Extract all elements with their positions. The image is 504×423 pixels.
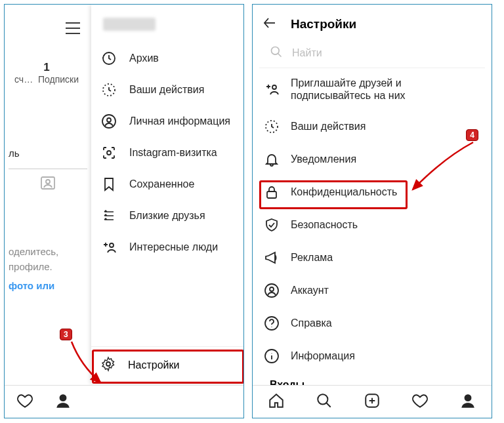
svg-point-10	[110, 243, 114, 247]
svg-point-11	[106, 362, 110, 366]
svg-line-27	[326, 403, 331, 407]
menu-settings[interactable]: Настройки	[91, 346, 243, 384]
annotation-step-4: 4	[466, 129, 478, 141]
add-person-icon	[100, 239, 117, 255]
person-circle-icon	[263, 283, 280, 298]
settings-invite-friends[interactable]: Приглашайте друзей иподписывайтесь на ни…	[259, 68, 485, 110]
settings-item-label: Приглашайте друзей иподписывайтесь на ни…	[291, 77, 406, 102]
tab-search-icon[interactable]	[316, 392, 333, 412]
svg-point-19	[265, 284, 278, 297]
bottom-tab-bar-left	[5, 385, 243, 418]
menu-label: Близкие друзья	[129, 210, 205, 222]
settings-help[interactable]: Справка	[259, 307, 485, 340]
svg-point-14	[272, 47, 280, 55]
svg-point-8	[107, 118, 111, 122]
nametag-icon	[100, 145, 117, 161]
settings-list: Приглашайте друзей иподписывайтесь на ни…	[253, 68, 492, 392]
hamburger-menu-button[interactable]	[64, 20, 82, 39]
menu-nametag[interactable]: Instagram-визитка	[91, 137, 243, 169]
menu-label: Ваши действия	[129, 84, 204, 96]
svg-rect-18	[267, 191, 276, 198]
tab-activity-icon[interactable]	[16, 392, 33, 412]
svg-rect-3	[41, 177, 54, 189]
share-photo-link[interactable]: фото или	[9, 280, 54, 291]
menu-label: Интересные люди	[129, 241, 218, 253]
menu-close-friends[interactable]: Близкие друзья	[91, 200, 243, 232]
tab-create-icon[interactable]	[364, 392, 381, 412]
svg-point-12	[60, 394, 67, 401]
settings-item-label: Уведомления	[291, 153, 356, 165]
search-icon	[270, 45, 283, 61]
menu-label: Архив	[129, 52, 159, 64]
back-arrow-icon[interactable]	[262, 15, 278, 33]
username-blurred	[103, 18, 156, 31]
subscriptions-label: сч… Подписки	[7, 74, 86, 85]
svg-point-4	[46, 180, 50, 184]
settings-item-label: Справка	[291, 317, 332, 329]
menu-archive[interactable]: Архив	[91, 43, 243, 74]
svg-line-15	[278, 54, 282, 57]
phone-right-screenshot: Настройки Найти Приглашайте друзей иподп…	[252, 4, 492, 418]
search-placeholder: Найти	[292, 47, 322, 59]
page-title: Настройки	[291, 17, 356, 31]
settings-security[interactable]: Безопасность	[259, 209, 485, 241]
settings-notifications[interactable]: Уведомления	[259, 143, 485, 176]
lock-icon	[263, 184, 280, 200]
person-circle-icon	[100, 113, 117, 129]
svg-point-26	[318, 394, 327, 404]
svg-point-22	[271, 327, 272, 327]
annotation-step-3: 3	[60, 329, 72, 340]
svg-point-24	[271, 353, 272, 354]
tagged-tab-icon[interactable]	[9, 169, 87, 191]
svg-point-7	[102, 115, 116, 128]
bell-icon	[263, 151, 280, 167]
phone-left-screenshot: 1 сч… Подписки ль оделитесь,профиле. фот…	[4, 4, 244, 418]
menu-saved[interactable]: Сохраненное	[91, 169, 243, 200]
info-icon	[263, 348, 280, 364]
svg-point-9	[107, 151, 111, 155]
menu-personal-info[interactable]: Личная информация	[91, 106, 243, 137]
settings-item-label: Реклама	[291, 252, 333, 264]
profile-stats: 1 сч… Подписки	[7, 61, 86, 85]
help-icon	[263, 315, 280, 331]
svg-point-20	[270, 287, 274, 291]
bookmark-icon	[100, 176, 117, 192]
menu-discover-people[interactable]: Интересные люди	[91, 232, 243, 263]
gear-icon	[100, 356, 116, 374]
settings-label: Настройки	[128, 359, 179, 371]
settings-item-label: Безопасность	[291, 219, 358, 231]
add-person-icon	[263, 81, 280, 97]
menu-your-activity[interactable]: Ваши действия	[91, 74, 243, 106]
settings-header: Настройки	[253, 5, 492, 40]
activity-icon	[263, 119, 280, 134]
tab-profile-icon[interactable]	[54, 392, 72, 412]
close-friends-icon	[100, 208, 117, 224]
archive-icon	[100, 50, 117, 66]
tab-profile-icon[interactable]	[459, 392, 476, 412]
activity-icon	[100, 82, 117, 98]
settings-item-label: Конфиденциальность	[291, 186, 397, 198]
menu-label: Instagram-визитка	[129, 147, 217, 159]
shield-check-icon	[263, 217, 280, 233]
settings-account[interactable]: Аккаунт	[259, 274, 485, 307]
settings-item-label: Аккаунт	[291, 285, 329, 296]
settings-item-label: Ваши действия	[291, 121, 366, 132]
settings-item-label: Информация	[291, 350, 355, 362]
svg-point-16	[272, 85, 276, 89]
settings-ads[interactable]: Реклама	[259, 241, 485, 274]
settings-privacy[interactable]: Конфиденциальность	[259, 176, 485, 209]
share-photo-text: оделитесь,профиле.	[9, 245, 58, 274]
tab-home-icon[interactable]	[268, 392, 285, 412]
search-field[interactable]: Найти	[259, 40, 485, 68]
settings-about[interactable]: Информация	[259, 340, 485, 373]
profile-tab-cut-text: ль	[9, 148, 20, 159]
menu-label: Личная информация	[129, 115, 230, 127]
svg-point-31	[464, 394, 471, 401]
bottom-tab-bar-right	[253, 385, 492, 418]
tab-activity-icon[interactable]	[411, 392, 429, 412]
settings-your-activity[interactable]: Ваши действия	[259, 110, 485, 143]
megaphone-icon	[263, 250, 280, 266]
menu-label: Сохраненное	[129, 178, 194, 190]
profile-side-menu: Архив Ваши действия Личная информация In…	[91, 5, 243, 384]
subscriptions-count: 1	[7, 61, 86, 74]
